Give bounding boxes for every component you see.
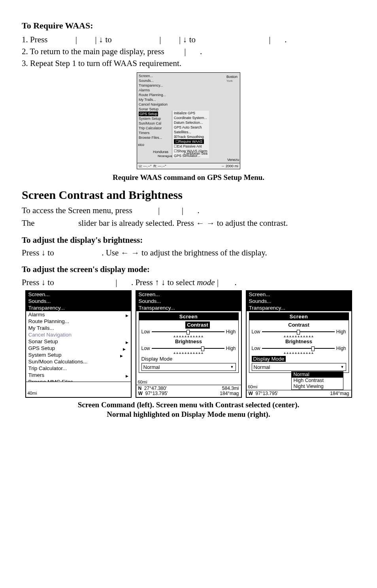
hmode-text: To adjust the screen's display mode: [22, 265, 147, 274]
r-low2: Low: [252, 345, 260, 352]
ticks: ▴▴▴▴▴▴▴▴▴▴▴: [252, 335, 346, 337]
c-high1: High: [226, 329, 236, 335]
bar: |: [159, 35, 161, 44]
map-boston: Boston: [226, 74, 238, 79]
l-scale: 40mi: [28, 390, 37, 396]
heading-screen-contrast: Screen Contrast and Brightness: [22, 187, 355, 203]
step-3: 3. Repeat Step 1 to turn off WAAS requir…: [22, 58, 355, 69]
r-bright-label: Brightness: [252, 338, 346, 345]
c-dist: 584.3mi: [220, 386, 239, 391]
chevron-right-icon: ▶: [126, 311, 128, 319]
panel-center: Screen... Sounds... Transparency... Scre…: [136, 290, 242, 398]
l-alarms-t: Alarms: [28, 312, 45, 318]
c-screen: Screen...: [136, 291, 241, 298]
caption2-l1: Screen Command (left). Screen menu with …: [22, 400, 355, 410]
slider-thumb: [311, 346, 315, 351]
r-pop-title: Screen: [249, 313, 349, 321]
figure-gps-setup: Boston York Screen... Sounds... Transpar…: [137, 72, 240, 169]
down-arrow-icon: ↓: [99, 35, 105, 44]
status-scale: ↔ 2000 mi: [221, 164, 238, 168]
r-coord-w: 97°13.795': [256, 391, 278, 396]
step1-to1: to: [105, 35, 111, 44]
r-scale: 60mi: [248, 384, 258, 390]
dot: .: [235, 278, 237, 287]
c-trans: Transparency...: [136, 304, 241, 311]
l-trans: Transparency...: [26, 304, 131, 311]
s-track: Track Smoothing: [177, 135, 204, 139]
step-1: 1. Press | | ↓ to | | ↓ to | .: [22, 34, 355, 45]
dot: .: [200, 47, 202, 56]
r-sounds: Sounds...: [247, 298, 351, 304]
r-low1: Low: [252, 329, 260, 335]
bar: |: [269, 35, 271, 44]
l-screen: Screen...: [26, 291, 131, 298]
c-dm-label: Display Mode: [141, 355, 236, 363]
s-datum: Datum Selection...: [174, 120, 207, 125]
l-sonar: Sonar Setup▶: [26, 338, 131, 345]
c-bright-label: Brightness: [141, 338, 236, 345]
r-dm-box: Normal ▼: [252, 363, 346, 371]
p2-the: The: [22, 218, 35, 228]
r-dm-list: Normal High Contrast Night Viewing: [291, 371, 343, 390]
l-gps: GPS Setup▶: [26, 345, 131, 352]
r-popup: Screen Contrast Low High ▴▴▴▴▴▴▴▴▴▴▴ Bri…: [249, 312, 349, 373]
p2-rest: slider bar is already selected. Press ← …: [78, 218, 288, 228]
bar: |: [75, 35, 77, 44]
l-sonar-t: Sonar Setup: [28, 338, 58, 344]
para-display-mode: Press ↓ to | . Press ↑ ↓ to select mode …: [22, 277, 355, 288]
bar: |: [95, 35, 97, 44]
r-screen: Screen...: [247, 291, 351, 298]
bar: |: [179, 35, 181, 44]
c-coord-n: 27°47.380': [144, 386, 167, 391]
dot: .: [198, 206, 200, 215]
l-route: Route Planning...: [26, 318, 131, 325]
m-cancel: Cancel Navigation: [139, 102, 238, 107]
bar: |: [217, 278, 219, 287]
r-opt-normal: Normal: [292, 372, 343, 378]
l-alarms: Alarms▶: [26, 311, 131, 318]
slider-thumb: [187, 330, 190, 335]
r-opt-high: High Contrast: [292, 378, 343, 384]
r-high1: High: [336, 329, 346, 335]
c-scale: 60mi: [138, 379, 147, 385]
l-sounds: Sounds...: [26, 298, 131, 304]
m-trails: My Trails...: [139, 97, 238, 102]
l-gps-t: GPS Setup: [28, 345, 55, 351]
c-sounds: Sounds...: [136, 298, 241, 304]
c-coord-w: 97°13.795': [145, 391, 168, 396]
c-pop-title: Screen: [139, 313, 238, 321]
map-honduras: Honduras: [153, 149, 168, 154]
c-contrast-label: Contrast: [185, 321, 209, 329]
map-xico: xico: [138, 142, 144, 147]
panel-right: Screen... Sounds... Transparency... Scre…: [246, 290, 352, 398]
r-opt-night: Night Viewing: [292, 384, 343, 389]
r-dm-value: Normal: [254, 364, 270, 371]
ticks: ▴▴▴▴▴▴▴▴▴▴▴: [252, 352, 346, 354]
three-panels: Screen... Sounds... Transparency... Alar…: [22, 290, 355, 398]
l-timers: Timers▶: [26, 372, 131, 378]
bar: |: [115, 278, 117, 287]
panel-left: Screen... Sounds... Transparency... Alar…: [25, 290, 132, 398]
m-alarms: Alarms: [139, 88, 238, 93]
step-2: 2. To return to the main page display, p…: [22, 46, 355, 57]
para-access: To access the Screen menu, press | | .: [22, 205, 355, 216]
l-sun: Sun/Moon Calculations...: [26, 358, 131, 365]
bar: |: [184, 47, 186, 56]
bar: |: [182, 206, 183, 215]
hmode-colon: :: [147, 265, 150, 274]
r-contrast-label: Contrast: [252, 321, 346, 329]
c-low1: Low: [141, 329, 150, 335]
m-sounds: Sounds...: [139, 78, 238, 83]
l-trails: My Trails...: [26, 325, 131, 331]
dot: .: [285, 35, 287, 44]
s-auto: GPS Auto Search: [174, 125, 207, 130]
slider-thumb: [201, 346, 204, 351]
c-dm-value: Normal: [143, 364, 160, 371]
chevron-right-icon: ▶: [123, 345, 126, 353]
l-cancel: Cancel Navigation: [26, 331, 131, 338]
p3-a: Press ↓ to: [22, 248, 54, 257]
l-sys: System Setup▶: [26, 352, 131, 358]
status-r: R: ---.--": [153, 164, 166, 168]
chevron-right-icon: ▶: [120, 352, 123, 359]
down-arrow-icon: ↓: [183, 35, 189, 44]
